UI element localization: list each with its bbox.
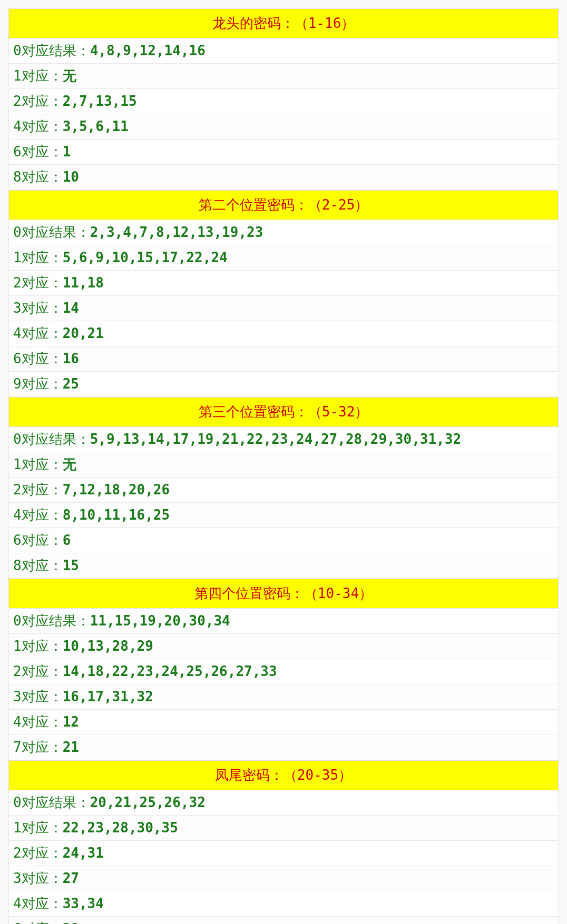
row-value: 14 [63, 300, 79, 316]
section-header: 凤尾密码：（20-35） [8, 760, 559, 790]
row-value: 无 [63, 456, 76, 472]
row-value: 14,18,22,23,24,25,26,27,33 [63, 663, 277, 679]
row-value: 24,31 [63, 845, 104, 861]
row-label: 4对应： [13, 118, 63, 134]
data-row: 4对应：20,21 [8, 321, 559, 346]
row-value: 21 [63, 739, 79, 755]
row-label: 8对应： [13, 558, 63, 573]
row-label: 8对应： [13, 169, 63, 185]
row-label: 0对应结果： [13, 431, 90, 447]
row-value: 20,21,25,26,32 [90, 794, 206, 810]
row-label: 6对应： [13, 144, 63, 160]
row-value: 20,21 [63, 325, 104, 341]
data-row: 0对应结果：5,9,13,14,17,19,21,22,23,24,27,28,… [8, 427, 559, 452]
data-row: 4对应：8,10,11,16,25 [8, 503, 559, 528]
sections-container: 龙头的密码：（1-16）0对应结果：4,8,9,12,14,161对应：无2对应… [8, 8, 559, 924]
data-row: 6对应：6 [8, 528, 559, 553]
row-label: 4对应： [13, 714, 63, 730]
row-value: 4,8,9,12,14,16 [90, 43, 206, 58]
data-row: 2对应：7,12,18,20,26 [8, 478, 559, 503]
row-value: 2,7,13,15 [63, 93, 137, 109]
data-row: 0对应结果：4,8,9,12,14,16 [8, 38, 559, 64]
row-value: 22,23,28,30,35 [63, 820, 178, 836]
data-row: 6对应：29 [8, 917, 559, 924]
row-value: 29 [63, 921, 79, 924]
row-value: 11,15,19,20,30,34 [90, 613, 230, 629]
row-label: 1对应： [13, 820, 63, 836]
row-label: 0对应结果： [13, 613, 90, 629]
data-row: 4对应：3,5,6,11 [8, 114, 559, 140]
row-label: 1对应： [13, 638, 63, 654]
row-value: 2,3,4,7,8,12,13,19,23 [90, 224, 263, 240]
data-row: 3对应：27 [8, 866, 559, 891]
data-row: 4对应：33,34 [8, 891, 559, 917]
row-label: 2对应： [13, 482, 63, 498]
row-value: 1 [63, 144, 71, 160]
row-value: 3,5,6,11 [63, 118, 129, 134]
row-value: 无 [63, 68, 76, 84]
row-label: 0对应结果： [13, 224, 90, 240]
row-label: 6对应： [13, 921, 63, 924]
row-label: 7对应： [13, 739, 63, 755]
row-label: 1对应： [13, 456, 63, 472]
row-value: 27 [63, 870, 79, 886]
row-value: 10 [63, 169, 79, 185]
row-value: 8,10,11,16,25 [63, 507, 170, 523]
row-label: 1对应： [13, 68, 63, 84]
row-value: 33,34 [63, 896, 104, 911]
row-label: 2对应： [13, 93, 63, 109]
data-row: 0对应结果：2,3,4,7,8,12,13,19,23 [8, 220, 559, 245]
row-label: 4对应： [13, 507, 63, 523]
row-value: 5,9,13,14,17,19,21,22,23,24,27,28,29,30,… [90, 431, 461, 447]
data-row: 1对应：10,13,28,29 [8, 634, 559, 659]
section: 凤尾密码：（20-35）0对应结果：20,21,25,26,321对应：22,2… [8, 760, 559, 924]
row-label: 3对应： [13, 870, 63, 886]
section-header: 第四个位置密码：（10-34） [8, 579, 559, 609]
data-row: 3对应：14 [8, 296, 559, 321]
data-row: 6对应：16 [8, 346, 559, 372]
data-row: 8对应：15 [8, 553, 559, 579]
row-label: 3对应： [13, 300, 63, 316]
row-label: 3对应： [13, 689, 63, 704]
section: 第三个位置密码：（5-32）0对应结果：5,9,13,14,17,19,21,2… [8, 397, 559, 579]
data-row: 1对应：无 [8, 64, 559, 89]
row-label: 6对应： [13, 532, 63, 548]
data-row: 9对应：25 [8, 372, 559, 397]
data-row: 1对应：5,6,9,10,15,17,22,24 [8, 245, 559, 271]
section-header: 龙头的密码：（1-16） [8, 8, 559, 38]
row-label: 4对应： [13, 896, 63, 911]
data-row: 1对应：22,23,28,30,35 [8, 816, 559, 841]
data-row: 1对应：无 [8, 452, 559, 478]
section: 第四个位置密码：（10-34）0对应结果：11,15,19,20,30,341对… [8, 579, 559, 760]
section-header: 第二个位置密码：（2-25） [8, 190, 559, 220]
data-row: 8对应：10 [8, 165, 559, 190]
row-value: 6 [63, 532, 71, 548]
row-label: 9对应： [13, 376, 63, 392]
section: 龙头的密码：（1-16）0对应结果：4,8,9,12,14,161对应：无2对应… [8, 8, 559, 190]
row-label: 0对应结果： [13, 43, 90, 58]
data-row: 0对应结果：11,15,19,20,30,34 [8, 609, 559, 634]
row-label: 0对应结果： [13, 794, 90, 810]
row-label: 4对应： [13, 325, 63, 341]
data-row: 4对应：12 [8, 710, 559, 735]
data-row: 2对应：14,18,22,23,24,25,26,27,33 [8, 659, 559, 684]
row-value: 25 [63, 376, 79, 392]
row-label: 2对应： [13, 663, 63, 679]
data-row: 6对应：1 [8, 140, 559, 165]
section: 第二个位置密码：（2-25）0对应结果：2,3,4,7,8,12,13,19,2… [8, 190, 559, 397]
data-row: 2对应：24,31 [8, 841, 559, 866]
row-value: 5,6,9,10,15,17,22,24 [63, 250, 228, 265]
data-row: 0对应结果：20,21,25,26,32 [8, 790, 559, 816]
row-value: 11,18 [63, 275, 104, 291]
row-label: 6对应： [13, 351, 63, 366]
row-value: 12 [63, 714, 79, 730]
row-label: 2对应： [13, 845, 63, 861]
row-value: 7,12,18,20,26 [63, 482, 170, 498]
row-value: 15 [63, 558, 79, 573]
row-value: 16,17,31,32 [63, 689, 153, 704]
row-label: 1对应： [13, 250, 63, 265]
data-row: 3对应：16,17,31,32 [8, 684, 559, 710]
data-row: 2对应：11,18 [8, 271, 559, 296]
row-value: 16 [63, 351, 79, 366]
data-row: 7对应：21 [8, 735, 559, 760]
